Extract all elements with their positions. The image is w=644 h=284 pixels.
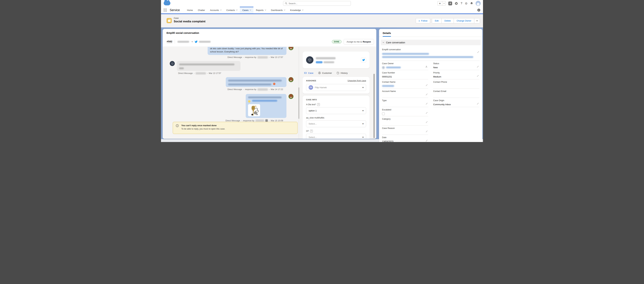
info-icon[interactable]: i — [477, 9, 480, 12]
details-field-grid: Case Owner Status New — [382, 61, 480, 142]
chat-message-outbound — [169, 77, 294, 87]
salesforce-service-console: ★ ▾ + ? ⚙ Service Home Chatter Accoun — [161, 0, 483, 142]
redacted-link — [252, 100, 277, 102]
nav-tabs: Home Chatter Accounts Contacts Cases Rep… — [184, 7, 306, 14]
field-priority: Priority Medium — [433, 70, 479, 79]
more-actions-caret-icon[interactable]: ▼ — [474, 18, 480, 23]
help-icon[interactable]: ? — [460, 2, 462, 5]
case-info-card: CASE INFO A Ola test* ? option 1 ▼ aa_sl… — [303, 96, 370, 139]
delete-button[interactable]: Delete — [442, 18, 454, 23]
redacted-link-line[interactable] — [382, 53, 429, 55]
field-emplifi-conversation: Emplifi conversation — [382, 47, 480, 61]
status-badge: DONE — [332, 40, 342, 43]
case-record-icon — [166, 18, 172, 23]
notice-body: To be able to reply, you must re-open th… — [181, 128, 295, 130]
change-owner-button[interactable]: Change Owner — [454, 18, 474, 23]
chat-scrollbar-thumb[interactable] — [298, 87, 299, 119]
edit-pencil-icon[interactable] — [426, 139, 428, 142]
nav-tab-reports[interactable]: Reports — [254, 7, 268, 14]
edit-pencil-icon[interactable] — [477, 75, 479, 78]
twitter-icon — [195, 41, 198, 43]
chat-scrollbar[interactable] — [298, 47, 300, 139]
history-clock-icon — [336, 72, 339, 74]
user-avatar[interactable] — [476, 1, 481, 6]
trailhead-icon[interactable] — [455, 2, 458, 5]
change-owner-icon[interactable] — [425, 66, 428, 69]
nav-tab-home[interactable]: Home — [184, 7, 196, 14]
care-conversation-section-header[interactable]: Care conversation — [381, 40, 481, 45]
microphone-artwork-image[interactable] — [248, 104, 260, 116]
edit-pencil-icon[interactable] — [477, 51, 479, 54]
case-info-heading: CASE INFO — [306, 99, 366, 101]
nav-tab-accounts[interactable]: Accounts — [208, 7, 224, 14]
help-icon[interactable]: ? — [317, 103, 320, 106]
edit-pencil-icon[interactable] — [426, 121, 428, 124]
edit-pencil-icon[interactable] — [477, 102, 479, 105]
details-panel: Details Care conversation Emplifi conver… — [379, 29, 482, 142]
edit-pencil-icon[interactable] — [426, 102, 428, 105]
search-icon — [285, 2, 287, 5]
setup-gear-icon[interactable]: ⚙ — [465, 2, 468, 5]
field-case-origin: Case Origin Community Inbox — [433, 98, 479, 107]
favorites-star-icon[interactable]: ★ — [438, 1, 442, 5]
tab-history[interactable]: History — [336, 72, 348, 74]
nav-tab-cases[interactable]: Cases — [240, 7, 254, 14]
customer-avatar — [288, 94, 294, 99]
assignee-avatar: FH — [308, 85, 313, 90]
edit-pencil-icon[interactable] — [477, 66, 479, 69]
nav-tab-knowledge[interactable]: Knowledge — [288, 7, 306, 14]
tab-details[interactable]: Details — [383, 32, 391, 37]
unassign-from-case-link[interactable]: Unassign from case — [348, 79, 366, 82]
edit-pencil-icon[interactable] — [426, 112, 428, 115]
app-launcher-icon[interactable] — [164, 9, 167, 12]
panel-scrollbar-thumb[interactable] — [374, 74, 375, 138]
escalated-checkbox[interactable] — [382, 112, 385, 115]
favorites-caret-icon[interactable]: ▾ — [442, 1, 446, 5]
reply-disabled-notice: You can't reply once marked done To be a… — [173, 122, 298, 134]
tab-customer[interactable]: Customer — [318, 72, 332, 74]
redacted-link-line[interactable] — [382, 56, 473, 58]
assignee-heading: ASSIGNEE — [306, 80, 316, 82]
edit-pencil-icon[interactable] — [426, 130, 428, 133]
aa-slow-select[interactable]: Select... ▼ — [306, 120, 366, 127]
edit-pencil-icon[interactable] — [426, 84, 428, 87]
nav-tab-contacts[interactable]: Contacts — [224, 7, 240, 14]
chat-thread[interactable]: ok lets calm down buddy. I was just play… — [163, 47, 298, 122]
message-text: ok lets calm down buddy. I was just play… — [208, 47, 286, 55]
field-label: CF ? — [306, 130, 366, 132]
field-case-owner: Case Owner — [382, 61, 428, 70]
quick-add-icon[interactable]: + — [448, 2, 452, 5]
customer-avatar — [288, 47, 294, 50]
tab-case[interactable]: Case — [304, 72, 314, 74]
cf-select[interactable]: Select... ▼ — [306, 134, 366, 139]
notifications-bell-icon[interactable] — [470, 2, 473, 5]
info-icon — [176, 124, 179, 128]
caret-down-icon: ▼ — [362, 136, 364, 138]
twitter-channel-button[interactable] — [361, 57, 366, 63]
redacted-author — [258, 88, 268, 91]
follow-button[interactable]: + Follow — [416, 18, 430, 23]
assignee-select[interactable]: FH Filip Hamek ▼ — [306, 84, 366, 91]
message-timestamp: Mar 14 17:22 — [271, 88, 283, 91]
edit-button[interactable]: Edit — [432, 18, 442, 23]
redacted-contact-name[interactable] — [382, 85, 394, 87]
chevron-down-icon — [236, 9, 238, 11]
edit-pencil-icon[interactable] — [426, 93, 428, 96]
conversation-number[interactable]: #582 — [167, 40, 172, 43]
a-ola-test-select[interactable]: option 1 ▼ — [306, 107, 366, 114]
panel-scrollbar[interactable] — [373, 74, 375, 138]
search-input[interactable] — [289, 2, 349, 5]
nav-tab-chatter[interactable]: Chatter — [196, 7, 208, 14]
redacted-owner-name[interactable] — [386, 67, 401, 68]
field-case-reason: Case Reason — [382, 125, 428, 135]
assign-reopen-button[interactable]: Assign to me & Reopen — [344, 39, 374, 45]
conversation-side-panel: Case Customer — [303, 52, 370, 139]
record-header: Case Social media complaint + Follow Edi… — [161, 14, 483, 27]
message-timestamp: Mar 13 17:57 — [209, 72, 221, 74]
nav-tab-dashboards[interactable]: Dashboards — [268, 7, 288, 14]
global-search[interactable] — [283, 1, 351, 6]
field-status: Status New — [433, 61, 479, 70]
help-icon[interactable]: ? — [310, 130, 313, 132]
field-label: aa_slow multifsdfds — [306, 117, 366, 119]
case-ticket-icon — [304, 72, 307, 74]
